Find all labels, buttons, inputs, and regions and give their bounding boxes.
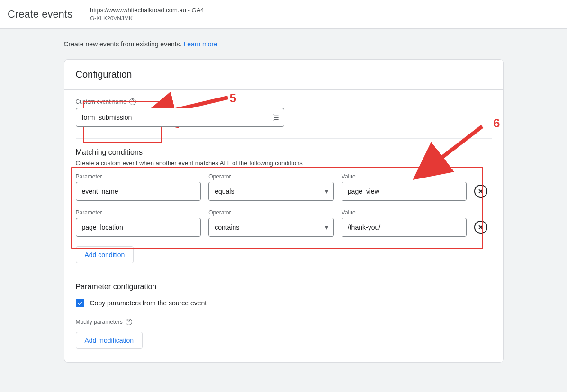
annotation-number-6: 6 xyxy=(493,116,500,131)
intro-copy: Create new events from existing events. xyxy=(64,40,182,48)
remove-condition-button[interactable]: ✕ xyxy=(474,221,487,234)
property-info: https://www.whitechalkroad.com.au - GA4 … xyxy=(90,6,204,22)
condition-value-input[interactable] xyxy=(342,218,467,237)
custom-event-name-label: Custom event name ? xyxy=(76,98,492,105)
section-divider xyxy=(76,273,492,273)
measurement-id: G-KLK20VNJMK xyxy=(90,15,204,22)
conditions-grid: Parameter Operator Value ▾ ✕ xyxy=(76,173,492,237)
copy-params-checkbox[interactable] xyxy=(76,299,84,307)
condition-parameter-input[interactable] xyxy=(76,218,201,237)
add-modification-button[interactable]: Add modification xyxy=(76,332,143,349)
learn-more-link[interactable]: Learn more xyxy=(183,40,217,48)
configuration-card: Configuration 5 Custom event name ? xyxy=(64,59,504,363)
header-divider xyxy=(81,6,81,23)
col-value-label: Value xyxy=(342,173,467,180)
property-url: https://www.whitechalkroad.com.au - GA4 xyxy=(90,6,204,15)
card-header-title: Configuration xyxy=(76,69,492,80)
copy-params-label: Copy parameters from the source event xyxy=(90,299,207,307)
help-icon[interactable]: ? xyxy=(126,319,132,325)
condition-value-input[interactable] xyxy=(342,182,467,201)
condition-operator-select[interactable] xyxy=(208,218,334,237)
page-title: Create events xyxy=(8,8,72,20)
help-icon[interactable]: ? xyxy=(129,98,136,105)
custom-event-name-label-text: Custom event name xyxy=(76,98,126,105)
section-divider xyxy=(76,138,492,139)
intro-text: Create new events from existing events. … xyxy=(64,40,504,48)
parameter-config-title: Parameter configuration xyxy=(76,283,492,291)
modify-parameters-text: Modify parameters xyxy=(76,319,123,325)
card-header: Configuration xyxy=(64,60,503,90)
modify-parameters-label: Modify parameters ? xyxy=(76,319,492,325)
page-header: Create events https://www.whitechalkroad… xyxy=(0,0,567,29)
contacts-icon[interactable]: ☰ xyxy=(273,114,279,121)
matching-conditions-title: Matching conditions xyxy=(76,148,492,157)
col-operator-label: Operator xyxy=(208,209,334,216)
custom-event-name-input[interactable] xyxy=(76,108,284,127)
check-icon xyxy=(77,300,83,306)
col-parameter-label: Parameter xyxy=(76,173,201,180)
col-parameter-label: Parameter xyxy=(76,209,201,216)
matching-conditions-subtitle: Create a custom event when another event… xyxy=(76,160,492,167)
col-operator-label: Operator xyxy=(208,173,334,180)
add-condition-button[interactable]: Add condition xyxy=(76,246,134,263)
remove-condition-button[interactable]: ✕ xyxy=(474,185,487,198)
condition-operator-select[interactable] xyxy=(208,182,334,201)
condition-parameter-input[interactable] xyxy=(76,182,201,201)
col-value-label: Value xyxy=(342,209,467,216)
